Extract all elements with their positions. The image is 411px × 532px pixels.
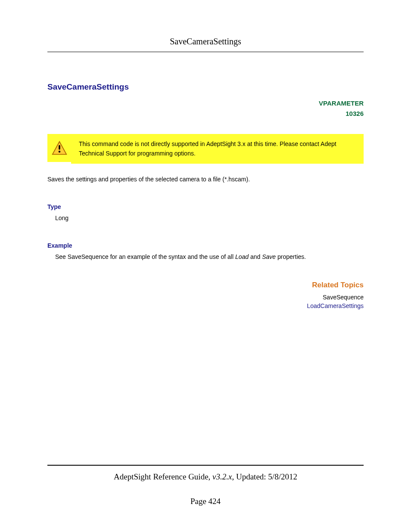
- page-header-title: SaveCameraSettings: [0, 0, 411, 47]
- related-topics: Related Topics SaveSequence LoadCameraSe…: [47, 281, 364, 309]
- related-topics-title: Related Topics: [47, 281, 364, 289]
- vparameter-block: VPARAMETER 10326: [47, 98, 364, 119]
- warning-icon-cell: [47, 134, 71, 162]
- related-link-loadcamerasettings[interactable]: LoadCameraSettings: [307, 302, 364, 309]
- type-label: Type: [47, 203, 364, 210]
- footer-text: AdeptSight Reference Guide, v3.2.x, Upda…: [47, 472, 364, 482]
- warning-icon: [52, 140, 67, 156]
- svg-rect-1: [59, 145, 60, 149]
- example-text: See SaveSequence for an example of the s…: [55, 252, 364, 261]
- warning-text: This command code is not directly suppor…: [71, 134, 364, 164]
- footer-rule: [47, 465, 364, 466]
- header-rule: [47, 52, 364, 52]
- example-label: Example: [47, 242, 364, 249]
- vparameter-code: 10326: [47, 109, 364, 119]
- vparameter-label: VPARAMETER: [47, 98, 364, 109]
- main-title: SaveCameraSettings: [47, 82, 364, 92]
- main-content: SaveCameraSettings VPARAMETER 10326 This…: [47, 82, 364, 309]
- warning-box: This command code is not directly suppor…: [47, 134, 364, 164]
- page-number: Page 424: [47, 497, 364, 506]
- related-item-savesequence: SaveSequence: [47, 294, 364, 301]
- type-value: Long: [55, 214, 364, 223]
- page-footer: AdeptSight Reference Guide, v3.2.x, Upda…: [47, 465, 364, 506]
- svg-point-2: [58, 150, 60, 152]
- description-text: Saves the settings and properties of the…: [47, 176, 364, 183]
